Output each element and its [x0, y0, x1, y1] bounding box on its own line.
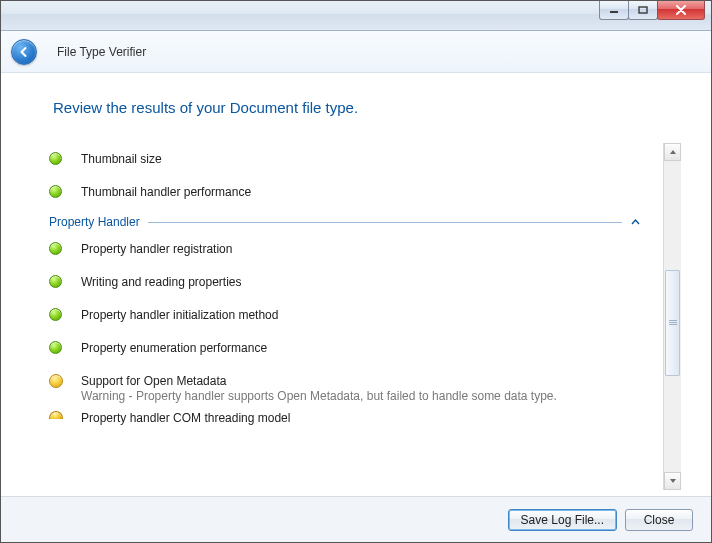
result-subtitle: Warning - Property handler supports Open… — [81, 389, 640, 404]
result-title: Thumbnail size — [81, 151, 640, 167]
result-title: Thumbnail handler performance — [81, 184, 640, 200]
section-rule — [148, 222, 622, 223]
results-list: Thumbnail size Thumbnail handler perform… — [31, 143, 660, 490]
scroll-up-button[interactable] — [664, 143, 681, 161]
save-log-button[interactable]: Save Log File... — [508, 509, 617, 531]
status-ok-icon — [49, 307, 65, 321]
titlebar — [1, 1, 711, 31]
chevron-up-icon — [630, 217, 640, 227]
result-row: Support for Open Metadata Warning - Prop… — [49, 365, 640, 408]
scrollbar-vertical[interactable] — [663, 143, 681, 490]
scrollbar-thumb[interactable] — [665, 270, 680, 376]
result-row: Property handler registration — [49, 233, 640, 266]
results-panel: Thumbnail size Thumbnail handler perform… — [31, 143, 681, 490]
arrow-left-icon — [17, 45, 31, 59]
result-title: Writing and reading properties — [81, 274, 640, 290]
result-title: Property handler initialization method — [81, 307, 640, 323]
minimize-button[interactable] — [599, 1, 629, 20]
page-heading: Review the results of your Document file… — [53, 99, 711, 116]
chevron-down-icon — [669, 478, 677, 484]
status-ok-icon — [49, 151, 65, 165]
result-row: Property enumeration performance — [49, 332, 640, 365]
svg-rect-1 — [639, 7, 647, 13]
status-ok-icon — [49, 274, 65, 288]
wizard-window: File Type Verifier Review the results of… — [0, 0, 712, 543]
close-wizard-button[interactable]: Close — [625, 509, 693, 531]
result-title: Property handler registration — [81, 241, 640, 257]
result-row: Thumbnail handler performance — [49, 176, 640, 209]
status-ok-icon — [49, 184, 65, 198]
content-area: Review the results of your Document file… — [1, 73, 711, 496]
result-row: Property handler COM threading model — [49, 408, 640, 435]
app-title: File Type Verifier — [57, 45, 146, 59]
status-warning-icon — [49, 373, 65, 388]
maximize-button[interactable] — [628, 1, 658, 20]
window-controls — [600, 1, 705, 20]
result-row: Thumbnail size — [49, 143, 640, 176]
wizard-header: File Type Verifier — [1, 31, 711, 73]
result-title: Support for Open Metadata — [81, 373, 640, 389]
scroll-down-button[interactable] — [664, 472, 681, 490]
section-header-property-handler[interactable]: Property Handler — [49, 215, 640, 229]
result-row: Property handler initialization method — [49, 299, 640, 332]
close-button[interactable] — [657, 1, 705, 20]
result-title: Property enumeration performance — [81, 340, 640, 356]
back-button[interactable] — [11, 39, 37, 65]
section-label: Property Handler — [49, 215, 140, 229]
status-warning-icon — [49, 410, 65, 419]
footer-bar: Save Log File... Close — [1, 496, 711, 542]
result-row: Writing and reading properties — [49, 266, 640, 299]
scrollbar-grip-icon — [669, 319, 677, 326]
result-title: Property handler COM threading model — [81, 410, 640, 426]
svg-rect-0 — [610, 11, 618, 13]
chevron-up-icon — [669, 149, 677, 155]
status-ok-icon — [49, 340, 65, 354]
scrollbar-track[interactable] — [664, 161, 681, 472]
status-ok-icon — [49, 241, 65, 255]
